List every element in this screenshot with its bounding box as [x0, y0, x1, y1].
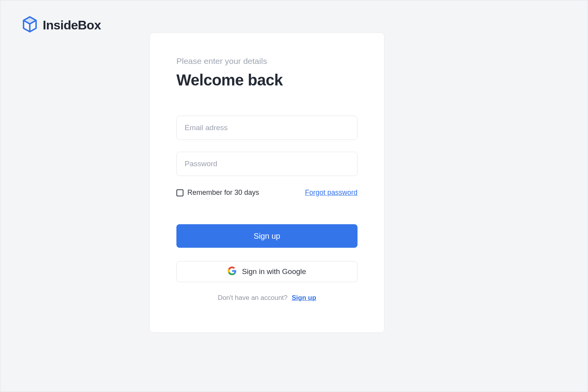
remember-label: Remember for 30 days	[187, 189, 259, 197]
email-input[interactable]	[176, 116, 358, 140]
login-title: Welcome back	[176, 71, 358, 89]
google-button-label: Sign in with Google	[242, 267, 306, 276]
password-input[interactable]	[176, 152, 358, 176]
signup-link[interactable]: Sign up	[292, 294, 316, 301]
remember-checkbox[interactable]: Remember for 30 days	[176, 189, 259, 197]
login-subtitle: Please enter your details	[176, 56, 358, 66]
signup-button[interactable]: Sign up	[176, 224, 358, 248]
login-card: Please enter your details Welcome back R…	[149, 33, 385, 333]
brand-name: InsideBox	[43, 18, 101, 33]
brand: InsideBox	[22, 16, 101, 34]
checkbox-icon	[176, 189, 183, 196]
google-signin-button[interactable]: Sign in with Google	[176, 261, 358, 282]
forgot-password-link[interactable]: Forgot password	[305, 189, 358, 197]
cube-logo-icon	[22, 16, 37, 34]
signup-prompt: Don't have an account? Sign up	[176, 294, 358, 302]
signup-prompt-text: Don't have an account?	[218, 294, 287, 301]
options-row: Remember for 30 days Forgot password	[176, 189, 358, 197]
google-icon	[228, 267, 236, 277]
